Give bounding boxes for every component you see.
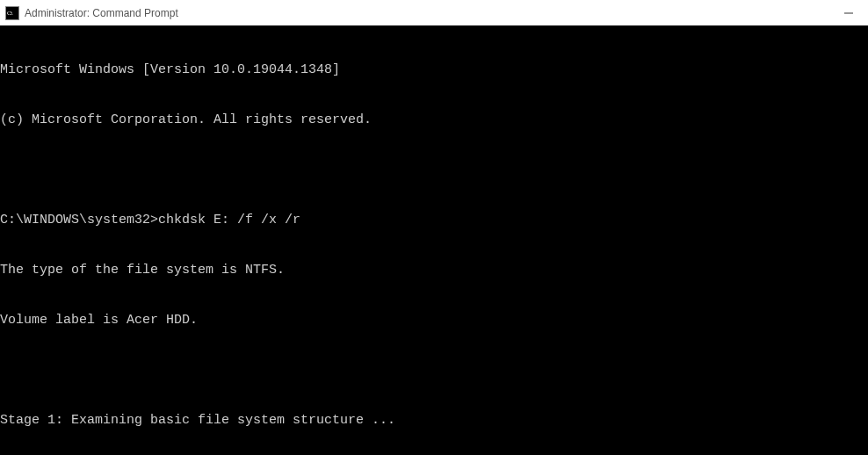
output-line: Microsoft Windows [Version 10.0.19044.13… xyxy=(0,61,868,78)
titlebar-left: C:\ Administrator: Command Prompt xyxy=(5,6,178,20)
window-title: Administrator: Command Prompt xyxy=(25,7,178,19)
minimize-button[interactable] xyxy=(828,0,868,25)
output-line: The type of the file system is NTFS. xyxy=(0,262,868,278)
prompt-command-line: C:\WINDOWS\system32>chkdsk E: /f /x /r xyxy=(0,212,868,228)
cmd-icon: C:\ xyxy=(5,6,19,20)
window-controls xyxy=(828,0,868,25)
output-line xyxy=(0,162,868,178)
output-line: Stage 1: Examining basic file system str… xyxy=(0,412,868,429)
terminal-output[interactable]: Microsoft Windows [Version 10.0.19044.13… xyxy=(0,26,868,455)
output-line xyxy=(0,362,868,379)
window-titlebar[interactable]: C:\ Administrator: Command Prompt xyxy=(0,0,868,26)
output-line: (c) Microsoft Corporation. All rights re… xyxy=(0,112,868,128)
output-line: Volume label is Acer HDD. xyxy=(0,312,868,329)
